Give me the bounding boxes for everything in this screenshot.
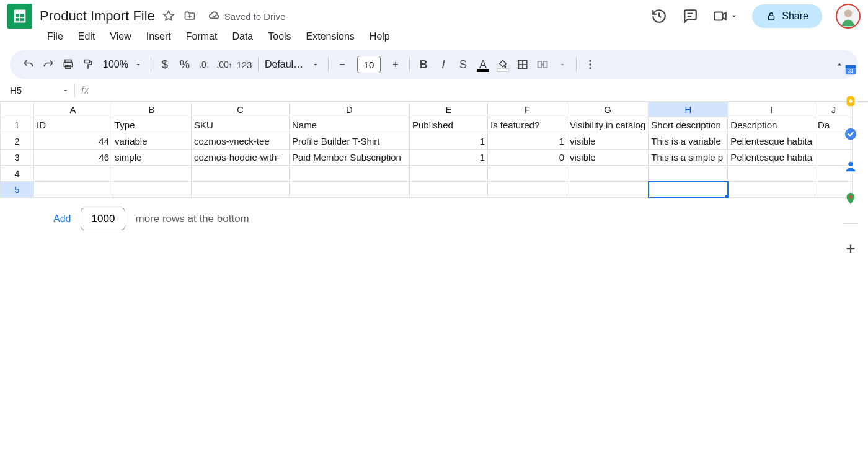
row-header[interactable]: 5 xyxy=(1,182,34,198)
cell[interactable]: 0 xyxy=(488,150,567,166)
cell[interactable]: cozmos-vneck-tee xyxy=(192,133,290,150)
text-color-icon[interactable]: A xyxy=(473,55,493,74)
cell[interactable]: Type xyxy=(112,117,192,133)
font-size-input[interactable] xyxy=(357,56,381,73)
chevron-down-icon[interactable] xyxy=(552,55,572,74)
cell[interactable] xyxy=(290,182,410,198)
redo-icon[interactable] xyxy=(38,55,58,74)
cell[interactable] xyxy=(34,166,112,182)
italic-icon[interactable]: I xyxy=(433,55,453,74)
cell[interactable]: ID xyxy=(34,117,112,133)
cell[interactable]: visible xyxy=(567,150,649,166)
cell[interactable] xyxy=(488,166,567,182)
column-header[interactable]: A xyxy=(34,102,112,117)
cell[interactable]: 1 xyxy=(410,150,488,166)
star-icon[interactable] xyxy=(162,10,175,22)
column-header[interactable]: C xyxy=(192,102,290,117)
cell[interactable]: SKU xyxy=(192,117,290,133)
column-header[interactable]: H xyxy=(649,102,728,117)
cell[interactable]: 1 xyxy=(488,133,567,150)
cell[interactable]: Is featured? xyxy=(488,117,567,133)
cell[interactable]: cozmos-hoodie-with- xyxy=(192,150,290,166)
cell[interactable] xyxy=(567,182,649,198)
undo-icon[interactable] xyxy=(19,55,38,74)
grid[interactable]: ABCDEFGHIJ1IDTypeSKUNamePublishedIs feat… xyxy=(0,102,868,198)
menu-extensions[interactable]: Extensions xyxy=(300,29,361,45)
keep-icon[interactable] xyxy=(843,94,858,109)
saved-to-drive[interactable]: Saved to Drive xyxy=(208,10,285,22)
add-rows-input[interactable] xyxy=(81,208,125,230)
cell[interactable]: Description xyxy=(728,117,815,133)
add-addon-icon[interactable] xyxy=(843,241,858,256)
column-header[interactable]: D xyxy=(290,102,410,117)
column-header[interactable]: I xyxy=(728,102,815,117)
fill-color-icon[interactable] xyxy=(493,55,513,74)
menu-edit[interactable]: Edit xyxy=(72,29,102,45)
menu-format[interactable]: Format xyxy=(180,29,224,45)
cell[interactable] xyxy=(728,182,815,198)
bold-icon[interactable]: B xyxy=(414,55,433,74)
cell[interactable]: Name xyxy=(290,117,410,133)
cell[interactable]: Short description xyxy=(649,117,728,133)
name-box[interactable]: H5 xyxy=(7,85,74,96)
cell[interactable] xyxy=(192,182,290,198)
cell[interactable]: 1 xyxy=(410,133,488,150)
column-header[interactable]: E xyxy=(410,102,488,117)
cell[interactable] xyxy=(410,182,488,198)
cell[interactable]: This is a simple p xyxy=(649,150,728,166)
zoom-select[interactable]: 100% xyxy=(98,59,147,70)
cell[interactable] xyxy=(728,166,815,182)
cell[interactable] xyxy=(649,182,728,198)
row-header[interactable]: 2 xyxy=(1,133,34,150)
column-header[interactable]: F xyxy=(488,102,567,117)
tasks-icon[interactable] xyxy=(843,127,858,141)
menu-insert[interactable]: Insert xyxy=(140,29,177,45)
cell[interactable]: variable xyxy=(112,133,192,150)
cell[interactable] xyxy=(112,166,192,182)
decrease-font-icon[interactable]: − xyxy=(332,55,352,74)
font-family-select[interactable]: Defaul… xyxy=(262,59,324,70)
cell[interactable] xyxy=(567,166,649,182)
cell[interactable]: 44 xyxy=(34,133,112,150)
history-icon[interactable] xyxy=(650,7,668,25)
select-all-corner[interactable] xyxy=(1,102,34,117)
increase-decimal-icon[interactable]: .00↑ xyxy=(215,55,234,74)
calendar-icon[interactable]: 31 xyxy=(843,62,858,77)
cell[interactable]: Published xyxy=(410,117,488,133)
cell[interactable]: This is a variable xyxy=(649,133,728,150)
percent-icon[interactable]: % xyxy=(175,55,195,74)
contacts-icon[interactable] xyxy=(843,159,858,174)
row-header[interactable]: 3 xyxy=(1,150,34,166)
share-button[interactable]: Share xyxy=(752,4,822,28)
cell[interactable] xyxy=(649,166,728,182)
column-header[interactable]: G xyxy=(567,102,649,117)
menu-file[interactable]: File xyxy=(41,29,69,45)
selection-handle[interactable] xyxy=(725,195,728,198)
cell[interactable] xyxy=(112,182,192,198)
add-rows-button[interactable]: Add xyxy=(53,213,71,225)
comments-icon[interactable] xyxy=(681,7,699,25)
more-icon[interactable] xyxy=(580,55,600,74)
formula-input[interactable] xyxy=(92,83,868,97)
account-avatar[interactable] xyxy=(836,4,861,29)
cell[interactable]: Pellentesque habita xyxy=(728,133,815,150)
menu-data[interactable]: Data xyxy=(226,29,259,45)
sheets-app-icon[interactable] xyxy=(7,4,32,29)
column-header[interactable]: B xyxy=(112,102,192,117)
cell[interactable]: Paid Member Subscription xyxy=(290,150,410,166)
paint-format-icon[interactable] xyxy=(78,55,98,74)
menu-view[interactable]: View xyxy=(104,29,137,45)
row-header[interactable]: 1 xyxy=(1,117,34,133)
maps-icon[interactable] xyxy=(843,191,858,206)
cell[interactable]: Profile Builder T-Shirt xyxy=(290,133,410,150)
cell[interactable] xyxy=(192,166,290,182)
document-title[interactable]: Product Import File xyxy=(40,8,155,24)
cell[interactable] xyxy=(488,182,567,198)
cell[interactable]: visible xyxy=(567,133,649,150)
meet-button[interactable] xyxy=(712,8,738,24)
cell[interactable] xyxy=(290,166,410,182)
strikethrough-icon[interactable]: S xyxy=(453,55,473,74)
number-format-icon[interactable]: 123 xyxy=(234,55,254,74)
decrease-decimal-icon[interactable]: .0↓ xyxy=(195,55,215,74)
increase-font-icon[interactable]: + xyxy=(386,55,405,74)
